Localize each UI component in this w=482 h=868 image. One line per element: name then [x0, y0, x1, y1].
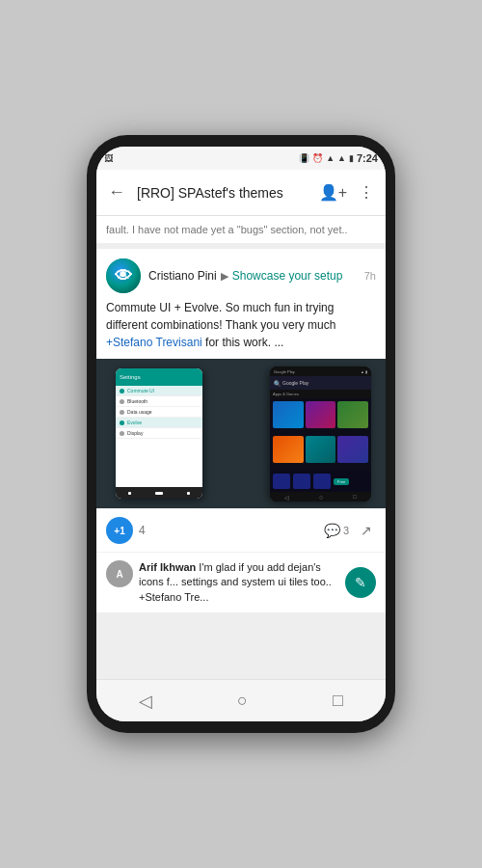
comment-author: Arif Ikhwan	[139, 561, 196, 573]
list-item-3: Data usage	[116, 407, 202, 418]
status-right: 📳 ⏰ ▲ ▲ ▮ 7:24	[299, 152, 378, 164]
app-bar-actions: 👤+ ⋮	[315, 179, 378, 205]
bottom-nav: ◁ ○ □	[96, 679, 386, 721]
screenshot-right: Google Play ▲ ▮ 🔍 Google Play Apps & Gam…	[270, 366, 371, 502]
grid-cell-4	[273, 436, 304, 463]
grid-cell-6	[337, 436, 368, 463]
content-area[interactable]: fault. I have not made yet a "bugs" sect…	[96, 216, 386, 679]
edit-icon: ✎	[355, 575, 366, 590]
grid-cell-5	[306, 436, 336, 463]
post-actions: +1 4 💬 3 ↗	[96, 508, 386, 552]
comment-count: 3	[343, 525, 349, 536]
app-bar: ← [RRO] SPAstef's themes 👤+ ⋮	[96, 170, 386, 216]
grid-cell-3	[337, 401, 368, 428]
mention-link[interactable]: +Stefano Trevisani	[106, 336, 202, 349]
recent-nav-button[interactable]: □	[317, 683, 359, 719]
app-title: [RRO] SPAstef's themes	[137, 185, 308, 201]
right-search-bar: 🔍 Google Play	[270, 376, 371, 390]
post-header: 👁 Cristiano Pini ▶ Showcase your setup 7…	[96, 249, 386, 299]
more-options-button[interactable]: ⋮	[355, 179, 378, 205]
signal-icon: ▲	[337, 153, 346, 163]
list-item-5: Display	[116, 428, 202, 439]
phone-screen: 🖼 📳 ⏰ ▲ ▲ ▮ 7:24 ← [RRO] SPAstef's theme…	[96, 147, 386, 721]
post-image: Settings Commute UI Bluetooth Data	[96, 359, 386, 508]
edit-button[interactable]: ✎	[345, 567, 376, 598]
comment-section: A Arif Ikhwan I'm glad if you add dejan'…	[96, 552, 386, 612]
post-meta: Cristiano Pini ▶ Showcase your setup	[148, 269, 357, 283]
right-nav-bar: ◁ ○ □	[270, 492, 371, 502]
alarm-icon: ⏰	[312, 153, 323, 163]
back-nav-button[interactable]: ◁	[123, 683, 168, 719]
list-item-1: Commute UI	[116, 386, 202, 396]
post-community[interactable]: Showcase your setup	[232, 269, 343, 283]
prev-post-text: fault. I have not made yet a "bugs" sect…	[96, 216, 386, 243]
comment-item: A Arif Ikhwan I'm glad if you add dejan'…	[106, 560, 376, 605]
phone-device: 🖼 📳 ⏰ ▲ ▲ ▮ 7:24 ← [RRO] SPAstef's theme…	[87, 135, 395, 733]
share-button[interactable]: ↗	[357, 521, 376, 540]
poster-name: Cristiano Pini	[148, 269, 217, 283]
avatar-image: 👁	[106, 258, 141, 293]
list-item-4: Evolve	[116, 418, 202, 428]
comment-text: Arif Ikhwan I'm glad if you add dejan's …	[139, 560, 339, 605]
grid-cell-1	[273, 401, 304, 428]
grid-cell-2	[306, 401, 336, 428]
status-bar: 🖼 📳 ⏰ ▲ ▲ ▮ 7:24	[96, 147, 386, 170]
back-button[interactable]: ←	[104, 178, 129, 206]
screenshot-nav-left	[116, 487, 202, 499]
screenshot-left: Settings Commute UI Bluetooth Data	[116, 368, 202, 499]
post-arrow: ▶	[221, 270, 228, 283]
status-time: 7:24	[357, 152, 378, 164]
status-left: 🖼	[104, 153, 113, 163]
share-icon: ↗	[361, 523, 372, 538]
section-label: Apps & Games	[270, 390, 371, 398]
wifi-icon: ▲	[326, 153, 335, 163]
right-status-bar: Google Play ▲ ▮	[270, 366, 371, 376]
comment-icon: 💬	[324, 523, 340, 538]
battery-icon: ▮	[349, 153, 354, 163]
avatar: 👁	[106, 258, 141, 293]
right-bottom-row: Free	[270, 471, 371, 492]
home-nav-icon: ○	[237, 691, 248, 711]
vibrate-icon: 📳	[299, 153, 309, 163]
post-time: 7h	[364, 270, 376, 282]
post-body: Commute UI + Evolve. So much fun in tryi…	[96, 299, 386, 359]
comment-avatar: A	[106, 560, 133, 587]
list-item-2: Bluetooth	[116, 396, 202, 407]
recent-nav-icon: □	[333, 691, 343, 711]
back-nav-icon: ◁	[139, 691, 152, 712]
image-icon: 🖼	[104, 153, 113, 163]
plusone-count: 4	[139, 524, 146, 537]
comment-button[interactable]: 💬 3	[320, 521, 353, 540]
app-grid	[270, 398, 371, 471]
home-nav-button[interactable]: ○	[222, 683, 263, 719]
post-card: 👁 Cristiano Pini ▶ Showcase your setup 7…	[96, 249, 386, 612]
screenshot-header-left: Settings	[116, 368, 202, 386]
plusone-button[interactable]: +1	[106, 517, 133, 544]
add-person-button[interactable]: 👤+	[315, 179, 351, 205]
